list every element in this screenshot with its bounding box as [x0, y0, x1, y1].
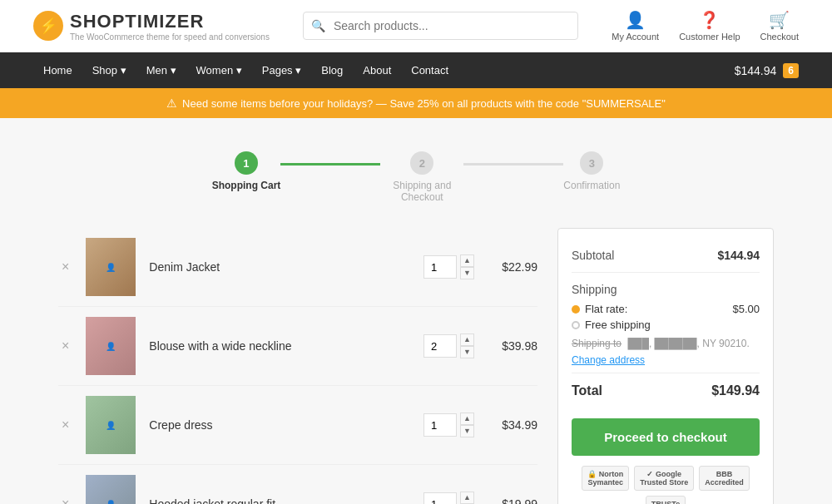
- cart-item: × 👤 Crepe dress ▲ ▼ $34.99: [58, 386, 537, 465]
- step-2: 2 Shipping and Checkout: [380, 151, 463, 203]
- free-shipping-dot: [572, 321, 580, 329]
- flat-rate-value: $5.00: [732, 303, 760, 315]
- item-2-qty-input[interactable]: [423, 334, 457, 358]
- nav-item-home[interactable]: Home: [33, 52, 82, 88]
- norton-badge: 🔒 NortonSymantec: [582, 466, 629, 491]
- subtotal-label: Subtotal: [572, 249, 614, 262]
- nav-item-pages[interactable]: Pages ▾: [252, 52, 311, 88]
- item-4-image: 👤: [86, 475, 136, 504]
- cart-badge: 6: [783, 63, 799, 78]
- promo-banner: ⚠ Need some items before your holidays? …: [0, 88, 832, 118]
- step-2-circle: 2: [410, 151, 433, 175]
- account-icon: 👤: [625, 10, 646, 30]
- header-icons: 👤 My Account ❓ Customer Help 🛒 Checkout: [612, 10, 799, 42]
- shipping-address-redacted: ███, ██████, NY 90210.: [627, 338, 749, 349]
- item-4-qty-up[interactable]: ▲: [460, 492, 474, 504]
- flat-rate-option[interactable]: Flat rate: $5.00: [572, 303, 760, 315]
- nav-item-shop[interactable]: Shop ▾: [82, 52, 136, 88]
- search-input[interactable]: [303, 12, 578, 40]
- step-1-circle: 1: [235, 151, 258, 175]
- nav-cart[interactable]: $144.94 6: [735, 63, 799, 78]
- search-bar: 🔍: [303, 12, 578, 40]
- step-1-label: Shopping Cart: [212, 180, 281, 191]
- cart-item: × 👤 Hooded jacket regular fit ▲ ▼ $19.99: [58, 465, 537, 504]
- item-3-qty: ▲ ▼: [423, 413, 474, 437]
- flat-rate-label: Flat rate:: [585, 303, 627, 315]
- item-3-qty-arrows: ▲ ▼: [460, 413, 474, 437]
- step-connector-1-2: [280, 163, 380, 166]
- item-4-qty-input[interactable]: [423, 492, 457, 504]
- item-2-qty-up[interactable]: ▲: [460, 334, 474, 346]
- item-1-price: $22.99: [488, 260, 537, 274]
- total-value: $149.94: [711, 383, 760, 398]
- proceed-to-checkout-button[interactable]: Proceed to checkout: [572, 418, 760, 456]
- help-icon: ❓: [699, 10, 720, 30]
- item-1-qty-arrows: ▲ ▼: [460, 254, 474, 279]
- subtotal-value: $144.94: [717, 249, 760, 262]
- remove-item-1-button[interactable]: ×: [58, 256, 72, 278]
- item-1-name: Denim Jacket: [149, 260, 410, 274]
- order-summary: Subtotal $144.94 Shipping Flat rate: $5.…: [557, 228, 774, 504]
- free-shipping-option[interactable]: Free shipping: [572, 319, 760, 331]
- item-3-qty-down[interactable]: ▼: [460, 425, 474, 437]
- shipping-section: Shipping Flat rate: $5.00 Free shipping …: [572, 276, 760, 373]
- item-1-qty: ▲ ▼: [423, 254, 474, 279]
- customer-help-button[interactable]: ❓ Customer Help: [679, 10, 740, 42]
- banner-text: Need some items before your holidays? — …: [182, 97, 666, 110]
- checkout-icon: 🛒: [769, 10, 790, 30]
- shipping-address-text: Shipping to: [572, 338, 622, 349]
- flat-rate-dot: [572, 305, 580, 314]
- remove-item-4-button[interactable]: ×: [58, 493, 72, 504]
- google-trusted-badge: ✓ GoogleTrusted Store: [634, 466, 694, 491]
- item-4-price: $19.99: [488, 497, 537, 504]
- step-connector-2-3: [463, 163, 563, 166]
- trust-badges: 🔒 NortonSymantec ✓ GoogleTrusted Store B…: [572, 466, 760, 504]
- nav-item-men[interactable]: Men ▾: [136, 52, 186, 88]
- change-address-link[interactable]: Change address: [572, 354, 645, 366]
- item-1-qty-down[interactable]: ▼: [460, 267, 474, 279]
- my-account-button[interactable]: 👤 My Account: [612, 10, 659, 42]
- logo-name: SHOPTIMIZER: [70, 11, 270, 32]
- item-3-name: Crepe dress: [149, 418, 410, 432]
- item-3-qty-input[interactable]: [423, 413, 457, 437]
- logo-tagline: The WooCommerce theme for speed and conv…: [70, 32, 270, 42]
- item-1-qty-input[interactable]: [423, 255, 457, 279]
- bbb-badge: BBBAccredited: [699, 466, 750, 491]
- truste-badge: TRUSTePrivacy: [646, 496, 686, 504]
- item-2-figure: 👤: [86, 317, 136, 375]
- nav-item-women[interactable]: Women ▾: [186, 52, 252, 88]
- total-label: Total: [572, 383, 602, 398]
- logo-text: SHOPTIMIZER The WooCommerce theme for sp…: [70, 11, 270, 42]
- nav-item-blog[interactable]: Blog: [311, 52, 353, 88]
- remove-item-3-button[interactable]: ×: [58, 414, 72, 436]
- total-row: Total $149.94: [572, 373, 760, 408]
- item-1-qty-up[interactable]: ▲: [460, 254, 474, 267]
- shipping-address: Shipping to ███, ██████, NY 90210.: [572, 338, 760, 349]
- item-4-name: Hooded jacket regular fit: [149, 497, 410, 504]
- step-3-label: Confirmation: [563, 180, 620, 191]
- item-3-qty-up[interactable]: ▲: [460, 413, 474, 425]
- step-2-label: Shipping and Checkout: [380, 180, 463, 203]
- item-2-qty-down[interactable]: ▼: [460, 346, 474, 358]
- divider-1: [572, 272, 760, 273]
- item-1-image: 👤: [86, 238, 136, 296]
- cart-item: × 👤 Blouse with a wide neckline ▲ ▼ $39.…: [58, 307, 537, 386]
- main-nav: Home Shop ▾ Men ▾ Women ▾ Pages ▾ Blog A…: [0, 52, 832, 88]
- item-2-qty-arrows: ▲ ▼: [460, 334, 474, 358]
- item-2-qty: ▲ ▼: [423, 334, 474, 358]
- cart-total: $144.94: [735, 64, 777, 77]
- step-1: 1 Shopping Cart: [212, 151, 281, 191]
- item-2-price: $39.98: [488, 339, 537, 353]
- step-3-circle: 3: [580, 151, 603, 175]
- nav-item-contact[interactable]: Contact: [401, 52, 458, 88]
- nav-item-about[interactable]: About: [353, 52, 401, 88]
- cart-items-list: × 👤 Denim Jacket ▲ ▼ $22.99 × �: [58, 228, 537, 504]
- item-3-figure: 👤: [86, 396, 136, 454]
- site-header: ⚡ SHOPTIMIZER The WooCommerce theme for …: [0, 0, 832, 52]
- checkout-button[interactable]: 🛒 Checkout: [760, 10, 799, 42]
- remove-item-2-button[interactable]: ×: [58, 335, 72, 357]
- item-2-name: Blouse with a wide neckline: [149, 339, 410, 353]
- checkout-label: Checkout: [760, 32, 799, 42]
- logo[interactable]: ⚡ SHOPTIMIZER The WooCommerce theme for …: [33, 11, 270, 42]
- account-label: My Account: [612, 32, 659, 42]
